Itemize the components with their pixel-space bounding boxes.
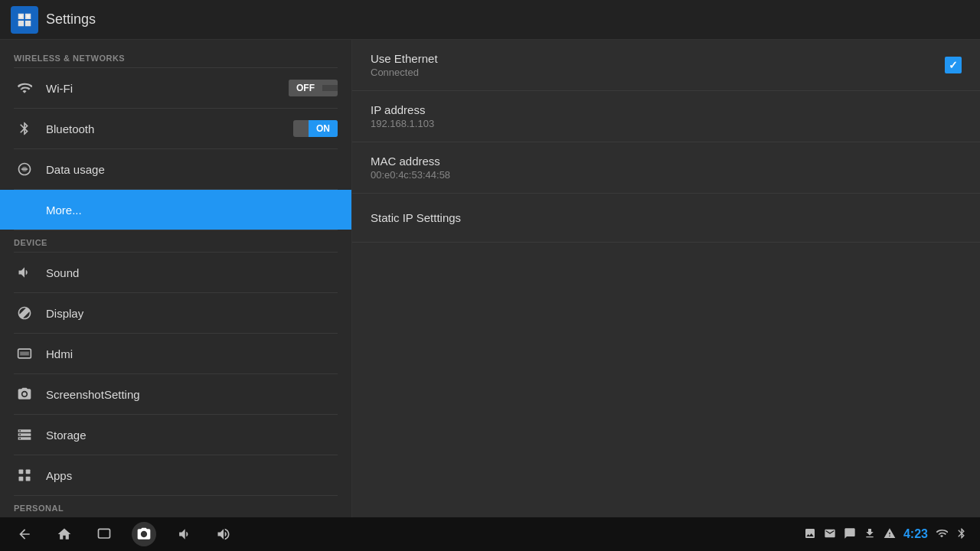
bluetooth-toggle[interactable]: ON	[293, 120, 338, 137]
volume-up-button[interactable]	[211, 522, 236, 546]
hdmi-icon	[14, 343, 35, 364]
content-row-mac-address: MAC address 00:e0:4c:53:44:58	[352, 142, 980, 194]
content-row-use-ethernet[interactable]: Use Ethernet Connected	[352, 40, 980, 91]
svg-rect-6	[19, 477, 24, 481]
clock-display: 4:23	[903, 527, 928, 541]
image-status-icon	[804, 527, 816, 542]
display-icon	[14, 302, 35, 324]
download-status-icon	[864, 527, 876, 542]
content-panel: Use Ethernet Connected IP address 192.16…	[352, 40, 980, 517]
main-layout: WIRELESS & NETWORKS Wi-Fi OFF Bluetooth …	[0, 40, 980, 517]
mac-address-title: MAC address	[371, 155, 962, 168]
sidebar-item-apps[interactable]: Apps	[0, 455, 351, 495]
app-icon	[11, 6, 38, 34]
sidebar-item-sound[interactable]: Sound	[0, 253, 351, 292]
sound-icon	[14, 262, 35, 283]
volume-down-button[interactable]	[172, 522, 196, 546]
screenshot-icon	[14, 383, 35, 405]
sidebar-item-data-usage[interactable]: Data usage	[0, 149, 351, 189]
status-icons: 4:23	[804, 527, 968, 542]
static-ip-title: Static IP Setttings	[371, 211, 962, 224]
wifi-off-label: OFF	[289, 80, 322, 96]
bluetooth-icon	[14, 118, 35, 139]
bluetooth-on-label: ON	[309, 120, 338, 137]
sidebar-item-wifi[interactable]: Wi-Fi OFF	[0, 68, 351, 108]
sound-label: Sound	[46, 266, 338, 279]
ip-address-value: 192.168.1.103	[371, 118, 962, 129]
page-title: Settings	[46, 11, 96, 28]
ip-address-info: IP address 192.168.1.103	[371, 103, 962, 129]
recents-button[interactable]	[92, 522, 116, 546]
apps-icon	[14, 465, 35, 486]
data-usage-label: Data usage	[46, 163, 338, 176]
screenshot-label: ScreenshotSetting	[46, 388, 338, 401]
sidebar-item-more[interactable]: More...	[0, 190, 351, 230]
titlebar: Settings	[0, 0, 980, 40]
section-header-device: DEVICE	[0, 230, 351, 252]
more-label: More...	[14, 204, 338, 217]
svg-rect-1	[27, 15, 30, 18]
use-ethernet-info: Use Ethernet Connected	[371, 52, 945, 78]
use-ethernet-title: Use Ethernet	[371, 52, 945, 65]
warning-status-icon	[884, 527, 896, 542]
sidebar-item-bluetooth[interactable]: Bluetooth ON	[0, 109, 351, 148]
content-row-ip-address: IP address 192.168.1.103	[352, 91, 980, 142]
sidebar-item-hdmi[interactable]: Hdmi	[0, 334, 351, 373]
wifi-toggle[interactable]: OFF	[289, 80, 338, 96]
svg-rect-8	[99, 529, 110, 538]
display-label: Display	[46, 307, 338, 320]
storage-icon	[14, 424, 35, 445]
mac-address-info: MAC address 00:e0:4c:53:44:58	[371, 155, 962, 181]
svg-rect-7	[26, 477, 31, 481]
mail-status-icon	[824, 527, 836, 542]
svg-point-2	[22, 167, 28, 172]
wifi-status-icon	[936, 527, 948, 542]
svg-rect-0	[20, 15, 23, 18]
back-button[interactable]	[12, 522, 37, 546]
home-button[interactable]	[52, 522, 77, 546]
wifi-on-label	[322, 85, 338, 91]
bluetooth-label: Bluetooth	[46, 122, 293, 135]
wifi-icon	[14, 77, 35, 99]
sidebar-item-display[interactable]: Display	[0, 293, 351, 333]
sidebar: WIRELESS & NETWORKS Wi-Fi OFF Bluetooth …	[0, 40, 352, 517]
storage-label: Storage	[46, 429, 338, 442]
screenshot-capture-button[interactable]	[132, 522, 156, 546]
section-header-personal: PERSONAL	[0, 496, 351, 517]
wifi-label: Wi-Fi	[46, 82, 289, 95]
apps-label: Apps	[46, 469, 338, 482]
static-ip-info: Static IP Setttings	[371, 211, 962, 224]
use-ethernet-checkbox[interactable]	[945, 57, 962, 73]
bluetooth-off-label	[293, 126, 309, 132]
section-header-wireless: WIRELESS & NETWORKS	[0, 46, 351, 67]
talk-status-icon	[844, 527, 856, 542]
sidebar-item-screenshot[interactable]: ScreenshotSetting	[0, 374, 351, 414]
use-ethernet-subtitle: Connected	[371, 67, 945, 78]
svg-rect-5	[26, 470, 31, 474]
content-row-static-ip[interactable]: Static IP Setttings	[352, 194, 980, 243]
data-usage-icon	[14, 158, 35, 180]
mac-address-value: 00:e0:4c:53:44:58	[371, 169, 962, 181]
bluetooth-status-icon	[956, 527, 968, 542]
sidebar-item-storage[interactable]: Storage	[0, 415, 351, 455]
ip-address-title: IP address	[371, 103, 962, 116]
hdmi-label: Hdmi	[46, 347, 338, 360]
bottombar: 4:23	[0, 517, 980, 551]
svg-rect-4	[19, 470, 24, 474]
nav-icons	[12, 522, 236, 546]
